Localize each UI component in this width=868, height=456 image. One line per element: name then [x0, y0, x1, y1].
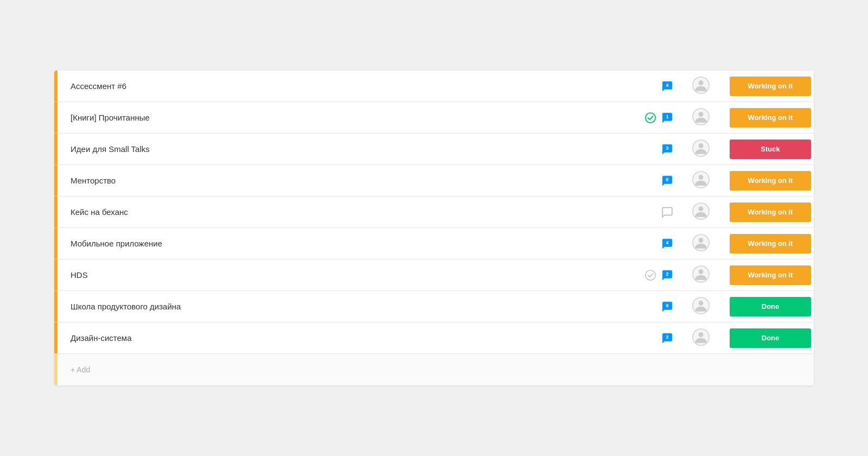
table-row: [Книги] Прочитанные 1	[54, 102, 814, 134]
svg-text:8: 8	[666, 176, 669, 182]
row-avatar-area	[684, 297, 727, 316]
avatar	[692, 297, 710, 316]
row-avatar-area	[684, 77, 727, 96]
chat-icon[interactable]: 4	[660, 236, 675, 251]
status-button[interactable]: Done	[730, 328, 811, 348]
chat-icon[interactable]: 3	[660, 142, 675, 157]
table-row: Мобильное приложение 4 Working on it	[54, 228, 814, 259]
row-avatar-area	[684, 328, 727, 348]
check-done-icon[interactable]	[644, 112, 656, 124]
svg-text:4: 4	[666, 239, 669, 245]
avatar	[692, 140, 710, 159]
status-button[interactable]: Working on it	[730, 202, 811, 222]
svg-point-3	[646, 112, 655, 122]
row-status-area: Stuck	[727, 140, 814, 159]
svg-point-24	[699, 301, 704, 306]
avatar	[692, 234, 710, 254]
status-button[interactable]: Working on it	[730, 77, 811, 96]
svg-point-17	[699, 238, 704, 243]
svg-text:6: 6	[666, 302, 669, 308]
avatar	[692, 171, 710, 191]
row-icons-area: 8	[618, 173, 684, 188]
chat-icon[interactable]: 2	[660, 331, 675, 346]
row-avatar-area	[684, 265, 727, 285]
table-row: Школа продуктового дизайна 6 Done	[54, 291, 814, 322]
svg-point-12	[699, 175, 704, 180]
avatar	[692, 328, 710, 348]
chat-icon[interactable]	[660, 205, 675, 220]
svg-text:2: 2	[666, 334, 669, 339]
status-button[interactable]: Working on it	[730, 265, 811, 285]
chat-icon[interactable]: 4	[660, 79, 675, 94]
svg-text:4: 4	[666, 82, 669, 87]
row-status-area: Working on it	[727, 171, 814, 191]
chat-icon[interactable]: 2	[660, 268, 675, 283]
row-name-label: Менторство	[58, 176, 618, 185]
svg-point-2	[699, 80, 704, 85]
table-row: HDS 2 Wor	[54, 259, 814, 291]
svg-point-6	[699, 112, 704, 117]
svg-point-9	[699, 143, 704, 148]
status-button[interactable]: Working on it	[730, 234, 811, 254]
svg-point-27	[699, 332, 704, 337]
row-icons-area: 6	[618, 299, 684, 314]
row-status-area: Working on it	[727, 202, 814, 222]
row-name-label: [Книги] Прочитанные	[58, 113, 618, 122]
row-name-label: Кейс на беханс	[58, 207, 618, 217]
row-avatar-area	[684, 202, 727, 222]
row-status-area: Done	[727, 297, 814, 316]
row-avatar-area	[684, 171, 727, 191]
svg-point-14	[699, 206, 704, 211]
row-icons-area: 4	[618, 79, 684, 94]
row-name-label: Дизайн-система	[58, 333, 618, 343]
table-row: Ассессмент #6 4 Working on it	[54, 71, 814, 102]
row-icons-area: 1	[618, 110, 684, 125]
status-button[interactable]: Working on it	[730, 108, 811, 128]
row-avatar-area	[684, 108, 727, 128]
table-row: Менторство 8 Working on it	[54, 165, 814, 197]
svg-point-18	[646, 270, 655, 280]
status-button[interactable]: Done	[730, 297, 811, 316]
row-status-area: Working on it	[727, 234, 814, 254]
row-status-area: Working on it	[727, 77, 814, 96]
row-icons-area: 4	[618, 236, 684, 251]
svg-text:1: 1	[666, 113, 669, 119]
row-status-area: Working on it	[727, 265, 814, 285]
table-row: Дизайн-система 2 Done	[54, 322, 814, 354]
add-row-label[interactable]: + Add	[58, 365, 103, 374]
svg-text:2: 2	[666, 271, 669, 276]
row-name-label: Идеи для Small Talks	[58, 144, 618, 154]
row-name-label: Мобильное приложение	[58, 239, 618, 248]
chat-icon[interactable]: 1	[660, 110, 675, 125]
status-button[interactable]: Stuck	[730, 140, 811, 159]
row-icons-area: 2	[618, 331, 684, 346]
row-avatar-area	[684, 234, 727, 254]
row-name-label: Ассессмент #6	[58, 81, 618, 91]
avatar	[692, 202, 710, 222]
row-status-area: Done	[727, 328, 814, 348]
avatar	[692, 77, 710, 96]
row-icons-area: 2	[618, 268, 684, 283]
avatar	[692, 265, 710, 285]
project-table: Ассессмент #6 4 Working on it [Книги] Пр…	[54, 71, 814, 385]
row-status-area: Working on it	[727, 108, 814, 128]
status-button[interactable]: Working on it	[730, 171, 811, 191]
svg-point-21	[699, 269, 704, 274]
row-name-label: HDS	[58, 270, 618, 280]
table-row: Кейс на беханс Working on it	[54, 197, 814, 228]
row-avatar-area	[684, 140, 727, 159]
chat-icon[interactable]: 6	[660, 299, 675, 314]
table-row: Идеи для Small Talks 3 Stuck	[54, 134, 814, 165]
avatar	[692, 108, 710, 128]
row-icons-area: 3	[618, 142, 684, 157]
row-name-label: Школа продуктового дизайна	[58, 302, 618, 311]
add-row: + Add	[54, 354, 814, 385]
check-pending-icon[interactable]	[644, 269, 656, 281]
row-icons-area	[618, 205, 684, 220]
svg-text:3: 3	[666, 145, 669, 150]
chat-icon[interactable]: 8	[660, 173, 675, 188]
